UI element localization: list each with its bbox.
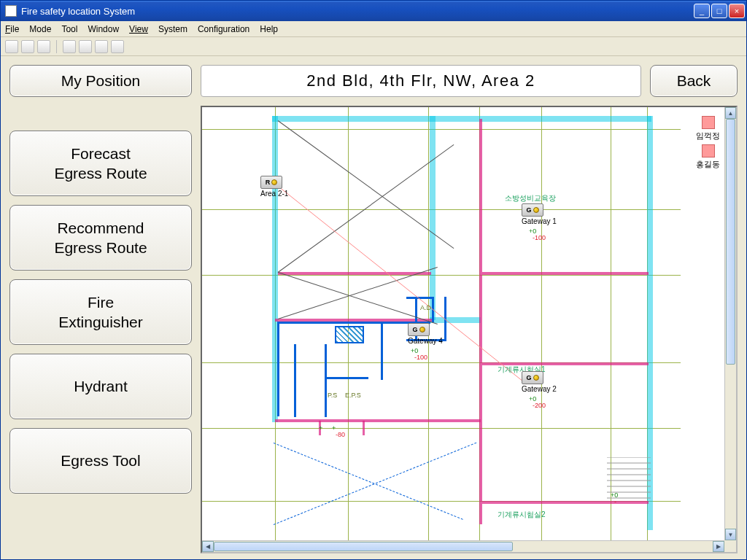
scroll-left-icon[interactable]: ◀ xyxy=(202,541,214,552)
scroll-up-icon[interactable]: ▲ xyxy=(725,107,736,119)
toolbar xyxy=(1,37,746,56)
menu-view[interactable]: View xyxy=(129,24,148,34)
my-position-button[interactable]: My Position xyxy=(9,65,192,97)
room-label: 기계류시험실2 xyxy=(498,510,546,520)
toolbar-separator xyxy=(56,40,57,53)
coord-label: +0 -100 xyxy=(529,228,546,241)
room-label: E.P.S xyxy=(345,392,361,399)
toolbar-btn-6[interactable] xyxy=(95,40,108,53)
content-area: My Position Forecast Egress Route Recomm… xyxy=(1,56,746,559)
minimize-button[interactable]: _ xyxy=(694,4,710,18)
dot-icon xyxy=(533,207,539,213)
legend-label: 홍길동 xyxy=(696,159,720,170)
node-gateway-4[interactable]: G Gateway 4 xyxy=(408,323,431,345)
scroll-thumb[interactable] xyxy=(726,119,735,365)
coord-label: +0 -200 xyxy=(529,396,546,409)
scroll-thumb[interactable] xyxy=(214,542,513,551)
recommend-egress-button[interactable]: Recommend Egress Route xyxy=(9,205,192,271)
legend-label: 임꺽정 xyxy=(696,131,720,141)
toolbar-btn-5[interactable] xyxy=(79,40,92,53)
legend-swatch xyxy=(702,116,715,129)
window-buttons: _ □ × xyxy=(694,4,745,18)
maximize-button[interactable]: □ xyxy=(711,4,727,18)
node-gateway-1[interactable]: G Gateway 1 xyxy=(522,203,545,225)
coord-label: +0 -100 xyxy=(411,348,427,361)
close-button[interactable]: × xyxy=(729,4,745,18)
menu-window[interactable]: Window xyxy=(88,24,119,34)
menu-help[interactable]: Help xyxy=(260,24,278,34)
dot-icon xyxy=(271,179,277,185)
toolbar-btn-7[interactable] xyxy=(111,40,124,53)
egress-tool-button[interactable]: Egress Tool xyxy=(9,428,192,494)
fire-extinguisher-button[interactable]: Fire Extinguisher xyxy=(9,279,192,345)
coord-label: + xyxy=(319,425,322,432)
app-icon xyxy=(5,5,17,17)
node-area-2-1[interactable]: R Area 2-1 xyxy=(260,176,284,198)
menu-mode[interactable]: Mode xyxy=(29,24,51,34)
vertical-scrollbar[interactable]: ▲ ▼ xyxy=(724,107,736,540)
legend-swatch xyxy=(702,144,715,158)
hydrant-button[interactable]: Hydrant xyxy=(9,354,192,419)
shaft xyxy=(335,326,364,343)
room-label: 소방성비교육장 xyxy=(505,193,556,203)
room-label: A.D xyxy=(420,304,431,311)
scroll-track[interactable] xyxy=(725,119,736,529)
dot-icon xyxy=(419,327,425,332)
floor-plan-viewport[interactable]: 소방성비교육장 기계류시험실1 기계류시험실2 A.D P.S E.P.S R … xyxy=(202,107,724,540)
room-label: P.S xyxy=(328,392,337,399)
horizontal-scrollbar[interactable]: ◀ ▶ xyxy=(202,540,724,552)
app-window: Fire safety location System _ □ × File M… xyxy=(0,0,747,560)
toolbar-btn-3[interactable] xyxy=(37,40,50,53)
menu-tool[interactable]: Tool xyxy=(61,24,77,34)
scroll-track[interactable] xyxy=(214,541,713,552)
menubar: File Mode Tool Window View System Config… xyxy=(1,21,746,37)
menu-file[interactable]: File xyxy=(5,24,19,34)
node-gateway-2[interactable]: G Gateway 2 xyxy=(522,371,545,393)
coord-label: + -80 xyxy=(332,425,345,438)
menu-configuration[interactable]: Configuration xyxy=(198,24,249,34)
scroll-right-icon[interactable]: ▶ xyxy=(713,541,724,552)
back-button[interactable]: Back xyxy=(650,65,738,97)
window-title: Fire safety location System xyxy=(21,6,694,17)
toolbar-btn-1[interactable] xyxy=(5,40,18,53)
sidebar: My Position Forecast Egress Route Recomm… xyxy=(9,65,192,553)
dot-icon xyxy=(533,375,539,381)
menu-system[interactable]: System xyxy=(158,24,187,34)
svg-line-0 xyxy=(275,184,527,384)
toolbar-btn-2[interactable] xyxy=(21,40,34,53)
top-row: 2nd Bld, 4th Flr, NW, Area 2 Back xyxy=(201,65,738,97)
forecast-egress-button[interactable]: Forecast Egress Route xyxy=(9,131,192,196)
floor-plan: 소방성비교육장 기계류시험실1 기계류시험실2 A.D P.S E.P.S R … xyxy=(202,107,724,540)
titlebar: Fire safety location System _ □ × xyxy=(1,1,746,21)
legend: 임꺽정 홍길동 xyxy=(696,113,720,170)
main-panel: 2nd Bld, 4th Flr, NW, Area 2 Back xyxy=(201,65,738,553)
scroll-corner xyxy=(724,540,736,552)
location-display: 2nd Bld, 4th Flr, NW, Area 2 xyxy=(201,65,641,97)
stairs-icon xyxy=(607,457,651,523)
floor-plan-frame: 소방성비교육장 기계류시험실1 기계류시험실2 A.D P.S E.P.S R … xyxy=(201,106,738,553)
toolbar-btn-4[interactable] xyxy=(63,40,76,53)
scroll-down-icon[interactable]: ▼ xyxy=(725,529,736,540)
coord-label: +0 - xyxy=(611,492,618,505)
